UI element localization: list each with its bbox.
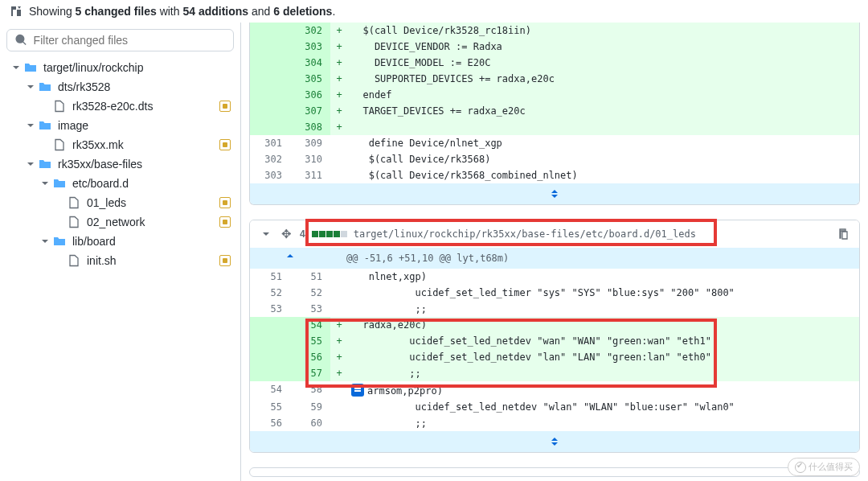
diff-code-line[interactable]: 304+ DEVICE_MODEL := E20C bbox=[250, 55, 859, 71]
old-line-number bbox=[250, 87, 290, 103]
tree-item-label: 01_leds bbox=[87, 196, 219, 209]
new-line-number: 305 bbox=[290, 71, 330, 87]
tree-folder[interactable]: dts/rk3528 bbox=[6, 77, 234, 97]
old-line-number bbox=[250, 119, 290, 135]
diff-code-line[interactable]: 308+ bbox=[250, 119, 859, 135]
diff-sign: + bbox=[330, 317, 348, 333]
diff-sign bbox=[330, 151, 348, 167]
tree-item-label: etc/board.d bbox=[72, 177, 231, 190]
diff-code-line[interactable]: 301309 define Device/nlnet_xgp bbox=[250, 135, 859, 151]
modified-badge-icon bbox=[219, 216, 231, 228]
tree-item-label: 02_network bbox=[87, 216, 219, 228]
new-line-number: 306 bbox=[290, 87, 330, 103]
diff-sign: + bbox=[330, 55, 348, 71]
hunk-range-text: @@ -51,6 +51,10 @@ lyt,t68m) bbox=[330, 253, 509, 264]
tree-item-label: lib/board bbox=[72, 235, 231, 248]
diff-sign: + bbox=[330, 103, 348, 119]
code-text: ;; bbox=[348, 415, 859, 431]
diff-summary-bar: Showing 5 changed files with 54 addition… bbox=[0, 0, 868, 23]
new-line-number: 58 bbox=[290, 381, 330, 399]
diff-code-line[interactable]: 55+ ucidef_set_led_netdev "wan" "WAN" "g… bbox=[250, 333, 859, 349]
new-line-number: 307 bbox=[290, 103, 330, 119]
code-text: ucidef_set_led_netdev "lan" "LAN" "green… bbox=[348, 349, 859, 365]
comment-marker-icon[interactable] bbox=[351, 384, 364, 397]
diff-sign: + bbox=[330, 23, 348, 39]
file-tree-sidebar: target/linux/rockchipdts/rk3528rk3528-e2… bbox=[0, 23, 241, 481]
tree-file[interactable]: 02_network bbox=[6, 212, 234, 232]
diff-code-line[interactable]: 302+ $(call Device/rk3528_rc18iin) bbox=[250, 23, 859, 39]
diff-code-line[interactable]: 303311 $(call Device/rk3568_combined_nln… bbox=[250, 167, 859, 183]
new-line-number: 303 bbox=[290, 39, 330, 55]
tree-file[interactable]: rk35xx.mk bbox=[6, 135, 234, 154]
new-line-number: 56 bbox=[290, 349, 330, 365]
code-text: armsom,p2pro) bbox=[348, 381, 859, 399]
tree-file[interactable]: init.sh bbox=[6, 251, 234, 270]
tree-folder[interactable]: rk35xx/base-files bbox=[6, 154, 234, 174]
old-line-number bbox=[250, 365, 290, 381]
diff-code-line[interactable]: 302310 $(call Device/rk3568) bbox=[250, 151, 859, 167]
code-text: ;; bbox=[348, 365, 859, 381]
old-line-number bbox=[250, 55, 290, 71]
old-line-number bbox=[250, 71, 290, 87]
modified-badge-icon bbox=[219, 139, 231, 150]
new-line-number: 311 bbox=[290, 167, 330, 183]
drag-handle-icon[interactable]: ✥ bbox=[279, 227, 293, 241]
diff-sign: + bbox=[330, 39, 348, 55]
code-text: define Device/nlnet_xgp bbox=[348, 135, 859, 151]
new-line-number: 59 bbox=[290, 399, 330, 415]
old-line-number bbox=[250, 103, 290, 119]
tree-folder[interactable]: image bbox=[6, 116, 234, 135]
diff-code-line[interactable]: 5151 nlnet,xgp) bbox=[250, 269, 859, 285]
code-text: nlnet,xgp) bbox=[348, 269, 859, 285]
diff-file-block: ✥ 4 target/linux/rockchip/rk35xx/base-fi… bbox=[249, 220, 860, 453]
new-line-number: 53 bbox=[290, 301, 330, 317]
diff-code-line[interactable]: 5252 ucidef_set_led_timer "sys" "SYS" "b… bbox=[250, 285, 859, 301]
new-line-number: 304 bbox=[290, 55, 330, 71]
old-line-number: 53 bbox=[250, 301, 290, 317]
copy-path-icon[interactable] bbox=[837, 228, 850, 240]
diff-code-line[interactable]: 5559 ucidef_set_led_netdev "wlan" "WLAN"… bbox=[250, 399, 859, 415]
diff-file-header: ✥ 4 target/linux/rockchip/rk35xx/base-fi… bbox=[250, 220, 859, 248]
diff-file-block: 302+ $(call Device/rk3528_rc18iin)303+ D… bbox=[249, 23, 860, 205]
diff-code-line[interactable]: 54+ radxa,e20c) bbox=[250, 317, 859, 333]
old-line-number bbox=[250, 39, 290, 55]
code-text: DEVICE_MODEL := E20C bbox=[348, 55, 859, 71]
tree-folder[interactable]: etc/board.d bbox=[6, 174, 234, 193]
tree-item-label: target/linux/rockchip bbox=[43, 61, 231, 74]
diff-code-line[interactable]: 305+ SUPPORTED_DEVICES += radxa,e20c bbox=[250, 71, 859, 87]
diff-panel[interactable]: 302+ $(call Device/rk3528_rc18iin)303+ D… bbox=[241, 23, 868, 481]
old-line-number: 302 bbox=[250, 151, 290, 167]
expand-hunk-down[interactable] bbox=[250, 431, 859, 452]
chevron-down-icon[interactable] bbox=[260, 228, 272, 240]
diff-sign bbox=[330, 167, 348, 183]
diff-code-line[interactable]: 5660 ;; bbox=[250, 415, 859, 431]
code-text: ucidef_set_led_netdev "wlan" "WLAN" "blu… bbox=[348, 399, 859, 415]
hunk-header[interactable]: @@ -51,6 +51,10 @@ lyt,t68m) bbox=[250, 248, 859, 269]
old-line-number: 51 bbox=[250, 269, 290, 285]
new-line-number: 309 bbox=[290, 135, 330, 151]
diff-code-line[interactable]: 306+ endef bbox=[250, 87, 859, 103]
search-icon bbox=[15, 34, 27, 47]
tree-folder[interactable]: target/linux/rockchip bbox=[6, 58, 234, 77]
new-line-number: 54 bbox=[290, 317, 330, 333]
filter-files-input[interactable] bbox=[34, 34, 225, 47]
filter-files-input-wrap[interactable] bbox=[6, 29, 234, 51]
diff-code-line[interactable]: 5353 ;; bbox=[250, 301, 859, 317]
diff-code-line[interactable]: 56+ ucidef_set_led_netdev "lan" "LAN" "g… bbox=[250, 349, 859, 365]
code-text: $(call Device/rk3568_combined_nlnet) bbox=[348, 167, 859, 183]
diff-code-line[interactable]: 57+ ;; bbox=[250, 365, 859, 381]
code-text: $(call Device/rk3568) bbox=[348, 151, 859, 167]
old-line-number: 52 bbox=[250, 285, 290, 301]
tree-item-label: rk35xx/base-files bbox=[58, 158, 231, 171]
tree-folder[interactable]: lib/board bbox=[6, 232, 234, 251]
new-line-number: 52 bbox=[290, 285, 330, 301]
diff-code-line[interactable]: 5458 armsom,p2pro) bbox=[250, 381, 859, 399]
new-line-number: 51 bbox=[290, 269, 330, 285]
tree-file[interactable]: 01_leds bbox=[6, 193, 234, 212]
new-line-number: 302 bbox=[290, 23, 330, 39]
diff-code-line[interactable]: 303+ DEVICE_VENDOR := Radxa bbox=[250, 39, 859, 55]
expand-hunk-down[interactable] bbox=[250, 183, 859, 204]
code-text: TARGET_DEVICES += radxa_e20c bbox=[348, 103, 859, 119]
tree-file[interactable]: rk3528-e20c.dts bbox=[6, 97, 234, 116]
diff-code-line[interactable]: 307+ TARGET_DEVICES += radxa_e20c bbox=[250, 103, 859, 119]
